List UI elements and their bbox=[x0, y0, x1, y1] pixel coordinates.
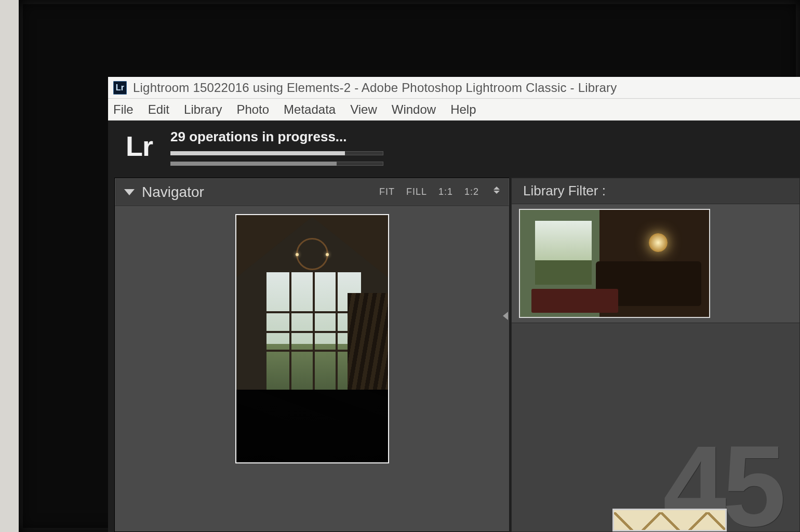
menu-edit[interactable]: Edit bbox=[148, 102, 169, 117]
navigator-panel: Navigator FIT FILL 1:1 1:2 bbox=[114, 178, 509, 532]
grid-view[interactable]: 45 bbox=[511, 323, 800, 532]
window-title: Lightroom 15022016 using Elements-2 - Ad… bbox=[133, 81, 617, 95]
content-column: Library Filter : 45 bbox=[511, 178, 800, 532]
navigator-title: Navigator bbox=[142, 184, 204, 201]
app-icon: Lr bbox=[113, 81, 127, 95]
window-titlebar: Lr Lightroom 15022016 using Elements-2 -… bbox=[108, 77, 800, 99]
triangle-down-icon[interactable] bbox=[124, 189, 135, 195]
zoom-1to2[interactable]: 1:2 bbox=[464, 187, 479, 197]
progress-area: 29 operations in progress... bbox=[170, 129, 383, 166]
monitor-bezel: Lr Lightroom 15022016 using Elements-2 -… bbox=[19, 0, 800, 532]
menubar: File Edit Library Photo Metadata View Wi… bbox=[108, 99, 800, 121]
app-body: Lr 29 operations in progress... Navigato… bbox=[108, 121, 800, 532]
progress-bar-2 bbox=[170, 162, 383, 166]
zoom-fit[interactable]: FIT bbox=[379, 187, 395, 197]
menu-help[interactable]: Help bbox=[450, 102, 476, 117]
menu-library[interactable]: Library bbox=[184, 102, 222, 117]
navigator-thumbnail[interactable] bbox=[235, 214, 389, 463]
menu-window[interactable]: Window bbox=[392, 102, 436, 117]
zoom-controls: FIT FILL 1:1 1:2 bbox=[379, 187, 500, 197]
grid-cell-partial[interactable] bbox=[612, 509, 727, 531]
lightroom-logo: Lr bbox=[126, 128, 153, 164]
zoom-stepper-icon[interactable] bbox=[494, 187, 500, 197]
navigator-body bbox=[115, 206, 509, 531]
navigator-header[interactable]: Navigator FIT FILL 1:1 1:2 bbox=[115, 178, 509, 206]
menu-photo[interactable]: Photo bbox=[236, 102, 269, 117]
library-filter-body bbox=[511, 204, 800, 323]
screen-area: Lr Lightroom 15022016 using Elements-2 -… bbox=[108, 77, 800, 532]
zoom-1to1[interactable]: 1:1 bbox=[438, 187, 453, 197]
panels-row: Navigator FIT FILL 1:1 1:2 bbox=[108, 176, 800, 532]
photo-backdrop: Lr Lightroom 15022016 using Elements-2 -… bbox=[0, 0, 800, 532]
zoom-fill[interactable]: FILL bbox=[406, 187, 427, 197]
menu-view[interactable]: View bbox=[350, 102, 377, 117]
identity-plate: Lr 29 operations in progress... bbox=[108, 121, 800, 176]
menu-metadata[interactable]: Metadata bbox=[284, 102, 336, 117]
filter-thumbnail[interactable] bbox=[519, 209, 710, 318]
menu-file[interactable]: File bbox=[113, 102, 134, 117]
library-filter-header[interactable]: Library Filter : bbox=[511, 178, 800, 204]
progress-bar-1 bbox=[170, 151, 383, 155]
progress-label: 29 operations in progress... bbox=[170, 129, 383, 145]
library-filter-title: Library Filter : bbox=[523, 183, 606, 199]
panel-collapse-left-icon[interactable] bbox=[502, 311, 509, 321]
